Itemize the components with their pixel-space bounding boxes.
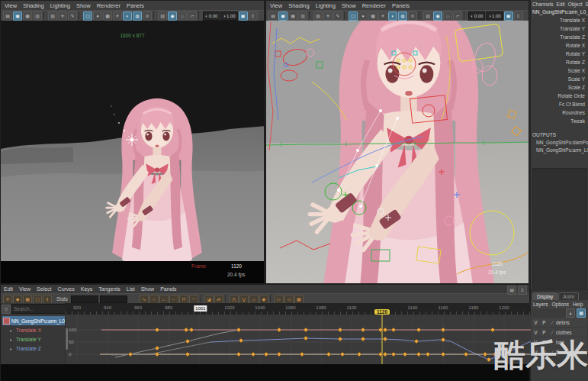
filter-icon[interactable]: ▽ xyxy=(2,305,11,314)
graph-editor-time-ruler[interactable]: 9209409609801020104010601080110011401160… xyxy=(66,303,531,315)
linear-tangent-icon[interactable]: ∟ xyxy=(159,295,169,304)
menu-help[interactable]: Help xyxy=(573,302,583,307)
keyframe[interactable] xyxy=(277,328,281,332)
panel-menu-icon[interactable]: ≡ xyxy=(514,11,523,21)
graph-editor-curve-area[interactable]: 100500 xyxy=(66,315,531,364)
channel-box-node-name[interactable]: NN_GongShiPu:arm_L0_ik_c xyxy=(531,8,588,16)
retime-tool-icon[interactable]: ‖ xyxy=(43,295,52,304)
lock-camera-icon[interactable]: ▣ xyxy=(278,11,288,21)
keyframe[interactable] xyxy=(300,352,304,357)
buffer-snapshot-icon[interactable]: ◪ xyxy=(204,295,214,304)
keyframe[interactable] xyxy=(189,328,194,332)
menu-edit[interactable]: Edit xyxy=(4,286,13,292)
new-layer-icon[interactable]: ▦ xyxy=(577,308,586,318)
keyframe[interactable] xyxy=(185,339,190,344)
layer-playback-toggle[interactable]: P xyxy=(540,330,548,335)
camera-attributes-icon[interactable]: ▦ xyxy=(23,11,32,21)
smooth-shade-icon[interactable]: ● xyxy=(358,11,368,21)
panel-menu-icon[interactable]: ≡ xyxy=(518,286,527,295)
panel-toolbar-toggle-icon[interactable]: ▤ xyxy=(507,286,516,295)
bookmarks-icon[interactable]: ▥ xyxy=(33,11,42,21)
select-camera-icon[interactable]: ▤ xyxy=(3,11,12,21)
keyframe[interactable] xyxy=(391,352,396,357)
channel-attribute[interactable]: Rotate Z xyxy=(531,58,588,66)
tab-display[interactable]: Display xyxy=(532,292,557,300)
keyframe[interactable] xyxy=(490,328,495,332)
menu-keys[interactable]: Keys xyxy=(81,286,93,292)
keyframe[interactable] xyxy=(357,352,361,357)
two-d-pan-zoom-icon[interactable]: ✛ xyxy=(323,11,333,21)
anim-curve-pre-roll-b[interactable] xyxy=(111,342,210,355)
menu-curves[interactable]: Curves xyxy=(58,286,75,292)
channel-attribute[interactable]: Tweak xyxy=(531,117,588,125)
swap-buffer-icon[interactable]: ⇄ xyxy=(214,295,223,304)
wireframe-icon[interactable]: ▢ xyxy=(83,11,92,21)
keyframe[interactable] xyxy=(464,352,468,357)
menu-panels[interactable]: Panels xyxy=(392,2,410,9)
textured-icon[interactable]: ▩ xyxy=(103,11,112,21)
occlusion-icon[interactable]: ◍ xyxy=(398,11,407,21)
menu-list[interactable]: List xyxy=(127,286,135,292)
keyframe[interactable] xyxy=(403,352,407,357)
outliner-selected-node[interactable]: NN_GongShiPu:arm_L0_ik_ xyxy=(2,316,65,325)
keyframe[interactable] xyxy=(304,328,308,332)
occlusion-icon[interactable]: ◍ xyxy=(133,11,142,21)
keyframe[interactable] xyxy=(383,328,387,332)
spline-tangent-icon[interactable]: ∿ xyxy=(140,295,149,304)
multisample-icon[interactable]: ▨ xyxy=(423,11,432,21)
insert-key-icon[interactable]: ◆ xyxy=(13,295,22,304)
keyframe[interactable] xyxy=(441,352,445,357)
lights-icon[interactable]: ☀ xyxy=(113,11,122,21)
break-tangents-icon[interactable]: ⋀ xyxy=(230,295,239,304)
channel-attribute[interactable]: Rotate X xyxy=(531,41,588,50)
keyframe[interactable] xyxy=(185,352,190,357)
layer-row[interactable]: VP∕debris xyxy=(532,318,587,327)
time-snap-icon[interactable]: ▷ xyxy=(275,295,284,304)
menu-options[interactable]: Options xyxy=(552,302,569,307)
layer-visibility-toggle[interactable]: V xyxy=(532,320,540,325)
move-nearest-key-icon[interactable]: ✛ xyxy=(3,295,12,304)
keyframe[interactable] xyxy=(441,337,445,342)
channel-attribute[interactable]: Translate X xyxy=(531,16,588,24)
keyframe[interactable] xyxy=(338,328,342,332)
menu-renderer[interactable]: Renderer xyxy=(362,2,386,9)
smooth-shade-icon[interactable]: ● xyxy=(93,11,102,21)
xray-icon[interactable]: ▱ xyxy=(453,11,462,21)
keyframe[interactable] xyxy=(391,328,396,332)
bookmarks-icon[interactable]: ▥ xyxy=(298,11,307,21)
region-key-tool-icon[interactable]: ▢ xyxy=(33,295,42,304)
lights-icon[interactable]: ☀ xyxy=(378,11,387,21)
plateau-tangent-icon[interactable]: ◠ xyxy=(189,295,198,304)
channel-attribute[interactable]: Scale Z xyxy=(531,83,588,92)
menu-layers[interactable]: Layers xyxy=(533,302,548,307)
menu-show[interactable]: Show xyxy=(342,2,356,9)
menu-view[interactable]: View xyxy=(270,2,282,9)
channel-attribute[interactable]: Rotate Y xyxy=(531,50,588,58)
menu-show[interactable]: Show xyxy=(585,2,588,7)
depth-of-field-icon[interactable]: ◉ xyxy=(168,11,177,21)
keyframe[interactable] xyxy=(264,352,268,357)
isolate-select-icon[interactable]: ◇ xyxy=(443,11,452,21)
layer-move-up-icon[interactable]: ▴ xyxy=(566,308,575,318)
keyframe[interactable] xyxy=(338,337,342,341)
keyframe[interactable] xyxy=(383,337,387,341)
viewport-renderer-icon[interactable]: ▣ xyxy=(504,11,513,21)
gamma-control[interactable]: ◑ 1.00 xyxy=(220,11,237,21)
keyframe[interactable] xyxy=(487,357,491,362)
keyframe[interactable] xyxy=(326,352,331,357)
menu-shading[interactable]: Shading xyxy=(23,2,44,9)
anim-curve-translate-z[interactable] xyxy=(210,338,531,360)
menu-lighting[interactable]: Lighting xyxy=(50,2,70,9)
keyframe[interactable] xyxy=(414,339,419,344)
channel-attribute[interactable]: Scale Y xyxy=(531,75,588,83)
menu-panels[interactable]: Panels xyxy=(160,286,176,292)
keyframe[interactable] xyxy=(277,352,281,357)
left-viewport-canvas[interactable]: 1600 x 877 Frame 1120 20.4 fps xyxy=(1,21,264,283)
menu-channels[interactable]: Channels xyxy=(532,2,553,7)
current-frame-marker[interactable]: 1120 xyxy=(374,303,390,315)
keyframe[interactable] xyxy=(236,352,241,357)
layer-visibility-toggle[interactable]: V xyxy=(532,330,540,335)
motion-blur-icon[interactable]: ≋ xyxy=(143,11,152,21)
menu-renderer[interactable]: Renderer xyxy=(97,2,120,9)
value-scrollbar[interactable] xyxy=(66,328,68,350)
